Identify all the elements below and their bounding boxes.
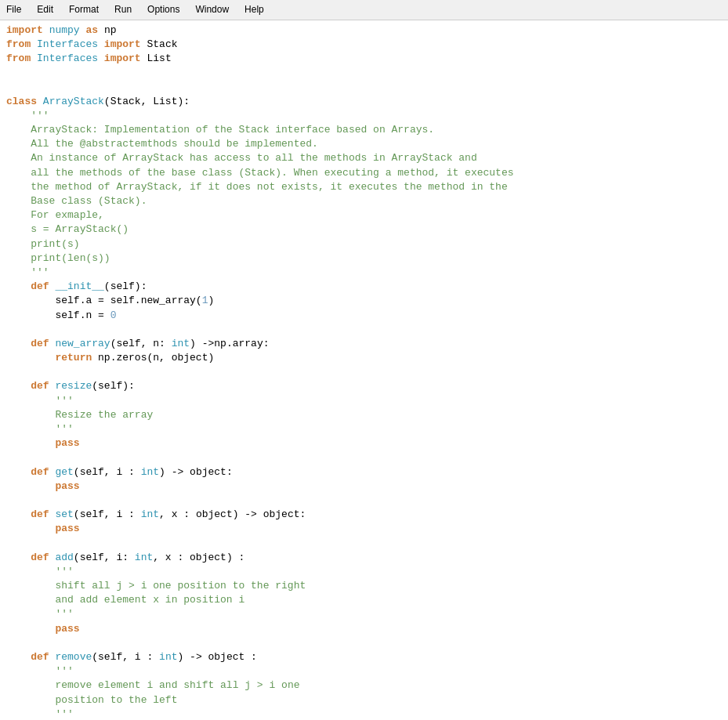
code-line-41: and add element x in position i <box>6 593 722 607</box>
code-line-27: ''' <box>6 394 722 408</box>
code-line-26: def resize(self): <box>6 379 722 393</box>
menu-help[interactable]: Help <box>241 2 267 18</box>
code-line-44 <box>6 636 722 650</box>
menu-bar: File Edit Format Run Options Window Help <box>0 0 728 20</box>
menu-window[interactable]: Window <box>192 2 232 18</box>
code-line-8: ArrayStack: Implementation of the Stack … <box>6 123 722 137</box>
code-line-24: return np.zeros(n, object) <box>6 351 722 365</box>
code-area[interactable]: import numpy as np from Interfaces impor… <box>0 20 728 720</box>
code-line-37 <box>6 537 722 551</box>
code-line-9: All the @abstractemthods should be imple… <box>6 137 722 151</box>
code-line-43: pass <box>6 622 722 636</box>
code-line-19: def __init__(self): <box>6 280 722 294</box>
menu-options[interactable]: Options <box>144 2 183 18</box>
code-line-13: Base class (Stack). <box>6 194 722 208</box>
code-line-22 <box>6 323 722 337</box>
code-line-47: remove element i and shift all j > i one <box>6 678 722 693</box>
code-line-34 <box>6 494 722 508</box>
code-line-5 <box>6 81 722 95</box>
menu-run[interactable]: Run <box>111 2 135 18</box>
code-line-30: pass <box>6 436 722 450</box>
code-line-46: ''' <box>6 664 722 678</box>
code-line-16: print(s) <box>6 237 722 251</box>
code-line-14: For exmaple, <box>6 208 722 223</box>
code-line-10: An instance of ArrayStack has access to … <box>6 151 722 165</box>
code-line-48: position to the left <box>6 693 722 707</box>
code-line-49: ''' <box>6 707 722 720</box>
code-line-2: from Interfaces import Stack <box>6 38 722 52</box>
code-line-12: the method of ArrayStack, if it does not… <box>6 180 722 194</box>
code-line-20: self.a = self.new_array(1) <box>6 294 722 308</box>
code-line-6: class ArrayStack(Stack, List): <box>6 95 722 109</box>
code-line-32: def get(self, i : int) -> object: <box>6 465 722 479</box>
menu-file[interactable]: File <box>3 2 24 18</box>
code-line-29: ''' <box>6 422 722 436</box>
code-line-11: all the methods of the base class (Stack… <box>6 166 722 180</box>
code-line-39: ''' <box>6 565 722 579</box>
code-line-17: print(len(s)) <box>6 251 722 266</box>
menu-edit[interactable]: Edit <box>34 2 56 18</box>
code-line-1: import numpy as np <box>6 24 722 38</box>
code-line-40: shift all j > i one position to the righ… <box>6 579 722 593</box>
code-line-23: def new_array(self, n: int) ->np.array: <box>6 337 722 351</box>
code-line-15: s = ArrayStack() <box>6 223 722 237</box>
code-line-21: self.n = 0 <box>6 309 722 323</box>
menu-format[interactable]: Format <box>66 2 102 18</box>
code-line-4 <box>6 66 722 80</box>
code-line-33: pass <box>6 479 722 494</box>
code-line-45: def remove(self, i : int) -> object : <box>6 650 722 664</box>
code-line-18: ''' <box>6 266 722 280</box>
code-line-35: def set(self, i : int, x : object) -> ob… <box>6 508 722 522</box>
code-line-7: ''' <box>6 109 722 123</box>
code-line-25 <box>6 365 722 379</box>
code-line-36: pass <box>6 522 722 536</box>
code-line-31 <box>6 450 722 465</box>
code-line-3: from Interfaces import List <box>6 52 722 66</box>
code-line-28: Resize the array <box>6 408 722 422</box>
code-line-38: def add(self, i: int, x : object) : <box>6 551 722 565</box>
code-line-42: ''' <box>6 607 722 621</box>
